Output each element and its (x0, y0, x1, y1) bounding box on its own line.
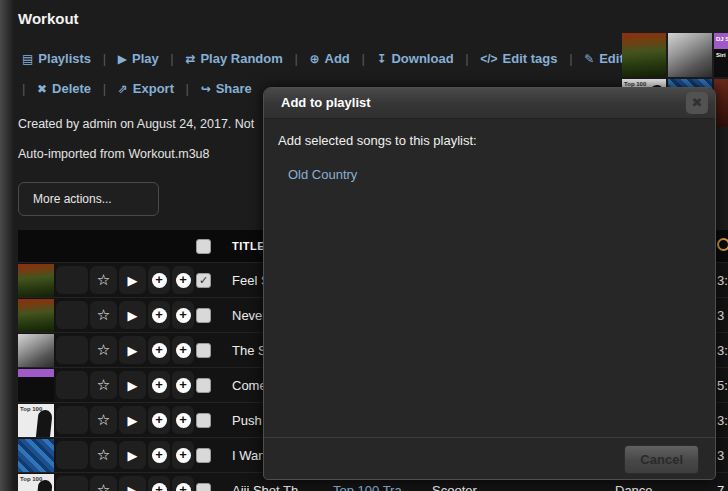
plus-circle-icon: ⊕ (309, 52, 319, 66)
dialog-header[interactable]: Add to playlist ✖ (264, 88, 715, 119)
more-actions-button[interactable]: More actions... (18, 182, 159, 216)
play-song-button[interactable]: ▶ (119, 266, 146, 294)
add-next-button[interactable]: + (172, 371, 194, 399)
share-icon: ↪ (201, 82, 211, 96)
track-cell (56, 441, 88, 469)
edit-tags-button[interactable]: </>Edit tags (480, 51, 557, 66)
add-button[interactable]: ⊕Add (309, 51, 349, 66)
dialog-footer: Cancel (264, 437, 715, 479)
song-album-link[interactable]: Top 100 Tra (333, 483, 402, 491)
star-button[interactable]: ☆ (90, 441, 117, 469)
plus-circle-icon: + (152, 413, 167, 428)
star-button[interactable]: ☆ (90, 336, 117, 364)
add-next-button[interactable]: + (172, 441, 194, 469)
select-all-checkbox[interactable] (196, 239, 211, 254)
play-song-button[interactable]: ▶ (119, 406, 146, 434)
cover-label: Top 100 (20, 476, 42, 483)
add-song-button[interactable]: + (148, 406, 170, 434)
playlist-link-old-country[interactable]: Old Country (288, 167, 357, 182)
song-title: Push (232, 413, 262, 428)
shuffle-icon: ⇄ (185, 52, 195, 66)
download-button[interactable]: ↧Download (376, 51, 453, 66)
cover-label: Siri (714, 49, 728, 61)
star-button[interactable]: ☆ (90, 266, 117, 294)
dialog-prompt: Add selected songs to this playlist: (278, 133, 477, 148)
song-checkbox[interactable] (196, 343, 211, 358)
album-cover[interactable] (622, 33, 666, 77)
song-duration: 3: (717, 343, 728, 358)
song-checkbox[interactable] (196, 308, 211, 323)
toolbar-row2: | ✖Delete | ⇗Export | ↪Share (18, 81, 256, 96)
play-button[interactable]: ▶Play (118, 51, 159, 66)
separator: | (294, 51, 297, 66)
code-icon: </> (480, 52, 497, 66)
add-next-button[interactable]: + (172, 266, 194, 294)
play-song-button[interactable]: ▶ (119, 336, 146, 364)
playlists-label: Playlists (38, 51, 91, 66)
cover-label: DJ Siri (714, 33, 728, 49)
delete-button[interactable]: ✖Delete (37, 81, 91, 96)
song-checkbox[interactable] (196, 448, 211, 463)
song-thumbnail: Top 100 (18, 404, 54, 437)
add-next-button[interactable]: + (172, 476, 194, 491)
song-thumbnail: Top 100 (18, 474, 54, 491)
star-button[interactable]: ☆ (90, 476, 117, 491)
star-button[interactable]: ☆ (90, 301, 117, 329)
song-duration: 3 (717, 448, 724, 463)
add-next-button[interactable]: + (172, 336, 194, 364)
separator: | (22, 81, 25, 96)
add-next-button[interactable]: + (172, 406, 194, 434)
separator: | (170, 51, 173, 66)
add-song-button[interactable]: + (148, 476, 170, 491)
add-song-button[interactable]: + (148, 441, 170, 469)
plus-circle-icon: + (176, 273, 191, 288)
song-checkbox[interactable] (196, 378, 211, 393)
song-duration: 3: (717, 413, 728, 428)
created-by-text: Created by admin on August 24, 2017. Not (18, 117, 254, 131)
album-cover[interactable]: DJ Siri Siri (714, 33, 728, 77)
close-icon[interactable]: ✖ (686, 92, 708, 114)
separator: | (103, 81, 106, 96)
add-song-button[interactable]: + (148, 371, 170, 399)
song-artist: Scooter (432, 483, 477, 491)
song-thumbnail (18, 264, 54, 297)
song-checkbox[interactable] (196, 413, 211, 428)
add-song-button[interactable]: + (148, 336, 170, 364)
add-song-button[interactable]: + (148, 266, 170, 294)
track-cell (56, 371, 88, 399)
separator: | (186, 81, 189, 96)
play-song-button[interactable]: ▶ (119, 441, 146, 469)
export-button[interactable]: ⇗Export (118, 81, 174, 96)
play-song-button[interactable]: ▶ (119, 476, 146, 491)
export-label: Export (133, 81, 174, 96)
download-icon: ↧ (376, 52, 386, 66)
track-cell (56, 336, 88, 364)
share-label: Share (216, 81, 252, 96)
song-thumbnail (18, 369, 54, 402)
play-random-button[interactable]: ⇄Play Random (185, 51, 282, 66)
add-next-button[interactable]: + (172, 301, 194, 329)
delete-label: Delete (52, 81, 91, 96)
export-icon: ⇗ (118, 82, 128, 96)
share-button[interactable]: ↪Share (201, 81, 252, 96)
song-thumbnail (18, 334, 54, 367)
plus-circle-icon: + (152, 308, 167, 323)
song-checkbox[interactable]: ✓ (196, 273, 211, 288)
separator: | (465, 51, 468, 66)
play-song-button[interactable]: ▶ (119, 301, 146, 329)
album-cover[interactable] (714, 79, 728, 127)
album-cover[interactable] (668, 33, 712, 77)
plus-circle-icon: + (176, 378, 191, 393)
song-thumbnail (18, 439, 54, 472)
song-title: Never (232, 308, 267, 323)
star-button[interactable]: ☆ (90, 371, 117, 399)
playlists-button[interactable]: ▤Playlists (22, 51, 91, 66)
song-checkbox[interactable] (196, 483, 211, 491)
star-button[interactable]: ☆ (90, 406, 117, 434)
play-song-button[interactable]: ▶ (119, 371, 146, 399)
plus-circle-icon: + (176, 343, 191, 358)
add-song-button[interactable]: + (148, 301, 170, 329)
cancel-button[interactable]: Cancel (624, 445, 699, 474)
song-title: The S (232, 343, 267, 358)
edit-button[interactable]: ✎Edit (584, 51, 624, 66)
